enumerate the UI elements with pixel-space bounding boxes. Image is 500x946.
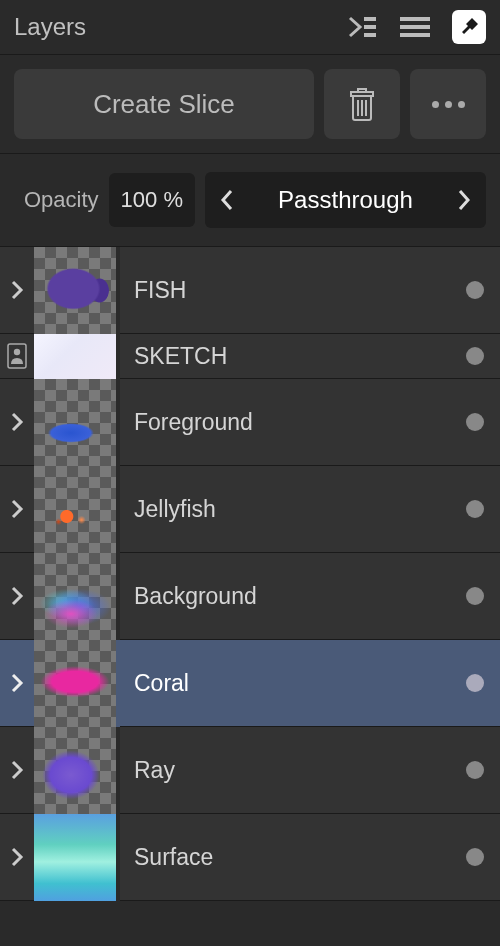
expand-chevron-icon[interactable]: [0, 411, 34, 433]
blend-mode-selector[interactable]: Passthrough: [205, 172, 486, 228]
delete-button[interactable]: [324, 69, 400, 139]
expand-chevron-icon[interactable]: [0, 585, 34, 607]
layer-thumbnail-art: [34, 334, 116, 379]
svg-rect-5: [400, 33, 430, 37]
visibility-toggle[interactable]: [450, 347, 500, 365]
svg-point-11: [14, 349, 20, 355]
more-button[interactable]: [410, 69, 486, 139]
layer-name[interactable]: Jellyfish: [120, 496, 450, 523]
layer-properties: Opacity 100 % Passthrough: [0, 154, 500, 247]
layer-thumbnail-art: [34, 814, 116, 901]
ellipsis-icon: [432, 101, 465, 108]
layer-name[interactable]: FISH: [120, 277, 450, 304]
svg-rect-0: [364, 17, 376, 21]
layer-row[interactable]: Background: [0, 553, 500, 640]
layer-thumbnail-art: [34, 727, 116, 814]
layer-row[interactable]: Surface: [0, 814, 500, 901]
svg-rect-2: [364, 33, 376, 37]
layer-row[interactable]: Ray: [0, 727, 500, 814]
layer-thumbnail[interactable]: [34, 334, 120, 379]
layer-thumbnail-art: [34, 466, 116, 553]
visibility-dot-icon: [466, 848, 484, 866]
svg-rect-3: [400, 17, 430, 21]
layer-badge-icon: [0, 343, 34, 369]
chevron-left-icon[interactable]: [219, 189, 235, 211]
layer-row[interactable]: FISH: [0, 247, 500, 334]
layer-name[interactable]: Background: [120, 583, 450, 610]
panel-title: Layers: [14, 13, 86, 41]
layer-thumbnail[interactable]: [34, 553, 120, 640]
layer-row[interactable]: Jellyfish: [0, 466, 500, 553]
visibility-dot-icon: [466, 674, 484, 692]
layer-thumbnail[interactable]: [34, 814, 120, 901]
visibility-toggle[interactable]: [450, 848, 500, 866]
layer-row[interactable]: Coral: [0, 640, 500, 727]
visibility-toggle[interactable]: [450, 500, 500, 518]
visibility-toggle[interactable]: [450, 281, 500, 299]
layer-thumbnail[interactable]: [34, 247, 120, 334]
svg-rect-10: [8, 344, 26, 368]
visibility-dot-icon: [466, 761, 484, 779]
panel-header-actions: [348, 10, 486, 44]
visibility-dot-icon: [466, 587, 484, 605]
layer-name[interactable]: SKETCH: [120, 343, 450, 370]
menu-icon[interactable]: [400, 15, 430, 39]
svg-rect-4: [400, 25, 430, 29]
svg-rect-1: [364, 25, 376, 29]
layer-name[interactable]: Foreground: [120, 409, 450, 436]
chevron-right-icon[interactable]: [456, 189, 472, 211]
layer-thumbnail[interactable]: [34, 640, 120, 727]
pin-icon[interactable]: [452, 10, 486, 44]
insert-icon[interactable]: [348, 14, 378, 40]
layer-row[interactable]: Foreground: [0, 379, 500, 466]
trash-icon: [347, 86, 377, 122]
expand-chevron-icon[interactable]: [0, 672, 34, 694]
layer-thumbnail[interactable]: [34, 379, 120, 466]
opacity-value[interactable]: 100 %: [109, 173, 195, 227]
layer-thumbnail[interactable]: [34, 466, 120, 553]
visibility-toggle[interactable]: [450, 413, 500, 431]
layers-list: FISHSKETCHForegroundJellyfishBackgroundC…: [0, 247, 500, 901]
toolbar: Create Slice: [0, 55, 500, 154]
layer-thumbnail-art: [34, 247, 116, 334]
svg-rect-6: [351, 92, 373, 96]
visibility-toggle[interactable]: [450, 761, 500, 779]
layer-name[interactable]: Surface: [120, 844, 450, 871]
expand-chevron-icon[interactable]: [0, 498, 34, 520]
layer-row[interactable]: SKETCH: [0, 334, 500, 379]
panel-header: Layers: [0, 0, 500, 55]
visibility-dot-icon: [466, 347, 484, 365]
visibility-toggle[interactable]: [450, 587, 500, 605]
layer-thumbnail-art: [34, 553, 116, 640]
layer-thumbnail[interactable]: [34, 727, 120, 814]
visibility-dot-icon: [466, 500, 484, 518]
expand-chevron-icon[interactable]: [0, 279, 34, 301]
opacity-label: Opacity: [24, 187, 99, 213]
layer-thumbnail-art: [34, 379, 116, 466]
visibility-toggle[interactable]: [450, 674, 500, 692]
layer-thumbnail-art: [34, 640, 116, 727]
visibility-dot-icon: [466, 413, 484, 431]
expand-chevron-icon[interactable]: [0, 846, 34, 868]
blend-mode-label: Passthrough: [278, 186, 413, 214]
layer-name[interactable]: Coral: [120, 670, 450, 697]
create-slice-button[interactable]: Create Slice: [14, 69, 314, 139]
visibility-dot-icon: [466, 281, 484, 299]
expand-chevron-icon[interactable]: [0, 759, 34, 781]
layer-name[interactable]: Ray: [120, 757, 450, 784]
